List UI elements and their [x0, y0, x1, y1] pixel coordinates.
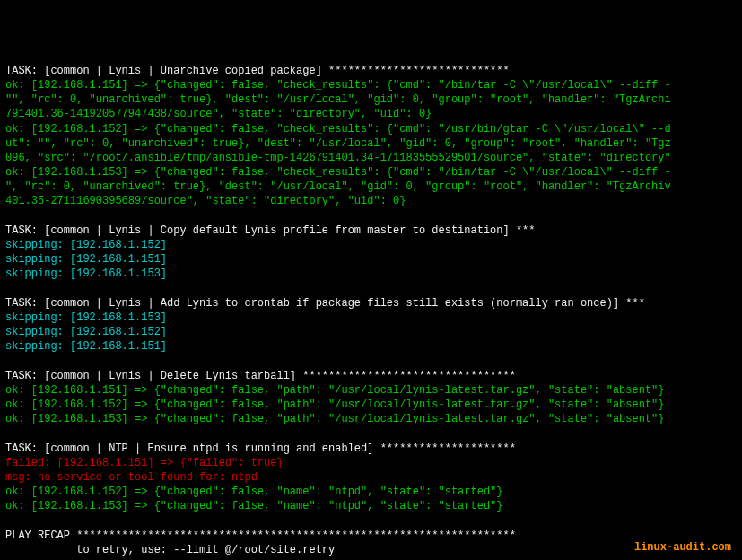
output-line: skipping: [192.168.1.153]	[5, 311, 737, 325]
output-line: skipping: [192.168.1.152]	[5, 325, 737, 339]
output-line: 401.35-27111690395689/source", "state": …	[5, 194, 737, 208]
output-line: ok: [192.168.1.153] => {"changed": false…	[5, 499, 737, 513]
watermark: linux-audit.com	[634, 540, 731, 555]
blank-line	[5, 514, 737, 529]
blank-line	[5, 354, 737, 369]
task-header: TASK: [common | Lynis | Delete Lynis tar…	[5, 369, 737, 383]
output-line: "", "rc": 0, "unarchived": true}, "dest"…	[5, 92, 737, 107]
task-header: TASK: [common | Lynis | Copy default Lyn…	[5, 223, 737, 238]
output-line: 791401.36-141920577947438/source", "stat…	[5, 107, 737, 121]
recap-retry: to retry, use: --limit @/root/site.retry	[5, 543, 737, 557]
output-line: skipping: [192.168.1.152]	[5, 238, 737, 252]
output-line: ut": "", "rc": 0, "unarchived": true}, "…	[5, 136, 737, 151]
output-line: skipping: [192.168.1.153]	[5, 267, 737, 281]
output-line: ok: [192.168.1.152] => {"changed": false…	[5, 485, 737, 499]
recap-header: PLAY RECAP *****************************…	[5, 529, 737, 543]
output-line: 096, "src": "/root/.ansible/tmp/ansible-…	[5, 151, 737, 165]
output-line: ", "rc": 0, "unarchived": true}, "dest":…	[5, 179, 737, 194]
task-header: TASK: [common | Lynis | Unarchive copied…	[5, 64, 737, 78]
output-line: skipping: [192.168.1.151]	[5, 252, 737, 267]
blank-line	[5, 426, 737, 441]
terminal-output: TASK: [common | Lynis | Unarchive copied…	[5, 64, 737, 560]
blank-line	[5, 282, 737, 296]
task-header: TASK: [common | Lynis | Add Lynis to cro…	[5, 296, 737, 311]
output-line: failed: [192.168.1.151] => {"failed": tr…	[5, 456, 737, 470]
blank-line	[5, 209, 737, 223]
output-line: ok: [192.168.1.151] => {"changed": false…	[5, 383, 737, 398]
output-line: ok: [192.168.1.153] => {"changed": false…	[5, 165, 737, 179]
output-line: ok: [192.168.1.152] => {"changed": false…	[5, 398, 737, 412]
output-line: skipping: [192.168.1.151]	[5, 339, 737, 354]
output-line: ok: [192.168.1.153] => {"changed": false…	[5, 412, 737, 426]
task-header: TASK: [common | NTP | Ensure ntpd is run…	[5, 442, 737, 456]
output-line: msg: no service or tool found for: ntpd	[5, 470, 737, 485]
output-line: ok: [192.168.1.152] => {"changed": false…	[5, 122, 737, 136]
output-line: ok: [192.168.1.151] => {"changed": false…	[5, 78, 737, 92]
